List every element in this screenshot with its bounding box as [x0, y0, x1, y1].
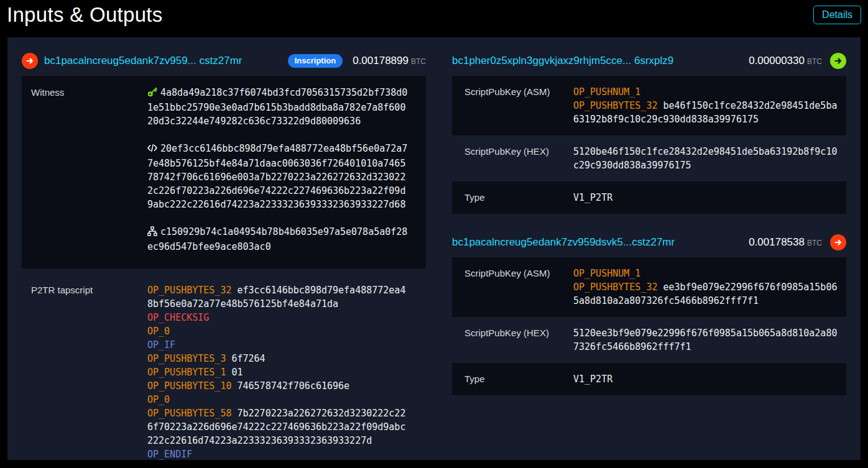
op-line: OP_IF [147, 338, 409, 352]
op-line: OP_CHECKSIG [147, 311, 409, 324]
opcode: OP_0 [147, 326, 170, 337]
control-block-icon [147, 226, 157, 240]
tapscript-row: P2TR tapscript OP_PUSHBYTES_32 ef3cc6146… [22, 268, 426, 468]
title-bar: Inputs & Outputs Details [0, 0, 868, 29]
output-header: bc1pher0z5xpln3ggvkjaxz9rhjm5cce... 6srx… [452, 52, 846, 70]
opcode: OP_PUSHBYTES_32 [573, 100, 657, 111]
input-address[interactable]: bc1pacalncreug5edank7zv959... cstz27mr [44, 55, 242, 67]
details-button[interactable]: Details [813, 6, 861, 24]
output-address[interactable]: bc1pacalncreug5edank7zv959dsvk5...cstz27… [452, 236, 675, 249]
opcode: OP_PUSHNUM_1 [573, 86, 640, 98]
op-line: OP_PUSHBYTES_32 be46f150c1fce28432d2e984… [573, 99, 839, 126]
op-line: OP_ENDIF [147, 447, 409, 461]
opcode: OP_ENDIF [147, 449, 192, 460]
type-row: Type V1_P2TR [452, 363, 846, 395]
output-spend-arrow-icon[interactable] [830, 234, 846, 250]
asm-value: OP_PUSHNUM_1 OP_PUSHBYTES_32 ee3bf9e079e… [573, 267, 839, 308]
opcode: OP_CHECKSIG [147, 312, 209, 323]
output-amount: 0.00000330BTC [749, 55, 822, 67]
asm-label: ScriptPubKey (ASM) [452, 267, 573, 308]
op-line: OP_0 [147, 324, 409, 338]
tapscript-label: P2TR tapscript [22, 283, 147, 461]
type-label: Type [452, 372, 573, 386]
tapscript-value: OP_PUSHBYTES_32 ef3cc6146bbc898d79efa488… [147, 283, 409, 461]
btc-unit: BTC [807, 57, 822, 66]
op-data: 01 [231, 367, 242, 378]
btc-unit: BTC [411, 57, 426, 66]
hex-value: 5120be46f150c1fce28432d2e98451de5ba63192… [573, 145, 839, 172]
outputs-column: bc1pher0z5xpln3ggvkjaxz9rhjm5cce... 6srx… [452, 52, 846, 460]
witness-hex: 20ef3cc6146bbc898d79efa488772ea48bf56e0a… [147, 143, 407, 210]
hex-label: ScriptPubKey (HEX) [452, 145, 573, 172]
opcode: OP_PUSHBYTES_1 [147, 367, 226, 378]
witness-item-script: 20ef3cc6146bbc898d79efa488772ea48bf56e0a… [147, 142, 409, 211]
type-value: V1_P2TR [573, 191, 839, 204]
inscription-badge: Inscription [288, 54, 343, 68]
opcode: OP_PUSHNUM_1 [573, 268, 640, 279]
opcode: OP_PUSHBYTES_3 [147, 353, 226, 364]
op-line: OP_PUSHBYTES_10 746578742f706c61696e [147, 379, 409, 393]
scriptpubkey-hex-row: ScriptPubKey (HEX) 5120be46f150c1fce2843… [452, 135, 846, 181]
op-line: OP_PUSHBYTES_1 01 [147, 365, 409, 379]
output-address[interactable]: bc1pher0z5xpln3ggvkjaxz9rhjm5cce... 6srx… [452, 55, 673, 67]
hex-label: ScriptPubKey (HEX) [452, 326, 573, 354]
scriptpubkey-asm-row: ScriptPubKey (ASM) OP_PUSHNUM_1 OP_PUSHB… [452, 257, 846, 317]
key-icon [147, 87, 157, 101]
op-line: OP_PUSHBYTES_32 ee3bf9e079e22996f676f098… [573, 280, 839, 308]
output-spend-arrow-icon[interactable] [830, 53, 846, 69]
witness-value: 4a8da49a218c37f6074bd3fcd7056315735d2bf7… [147, 86, 409, 254]
page-title: Inputs & Outputs [7, 4, 163, 25]
asm-value: OP_PUSHNUM_1 OP_PUSHBYTES_32 be46f150c1f… [573, 85, 839, 126]
opcode: OP_0 [147, 394, 170, 405]
op-line: OP_PUSHNUM_1 [573, 85, 839, 99]
witness-item-signature: 4a8da49a218c37f6074bd3fcd7056315735d2bf7… [147, 86, 409, 128]
btc-unit: BTC [807, 239, 822, 247]
hex-value: 5120ee3bf9e079e22996f676f0985a15b065a8d8… [573, 326, 839, 354]
main-panel: bc1pacalncreug5edank7zv959... cstz27mr I… [7, 37, 861, 460]
type-label: Type [452, 191, 573, 204]
type-row: Type V1_P2TR [452, 181, 846, 214]
input-amount: 0.00178899BTC [353, 55, 426, 67]
input-header: bc1pacalncreug5edank7zv959... cstz27mr I… [22, 52, 426, 70]
witness-row: Witness 4a8da49a218c37f6074bd3fcd7056315… [22, 76, 426, 268]
witness-item-control-block: c150929b74c1a04954b78b4b6035e97a5e078a5a… [147, 225, 409, 254]
opcode: OP_IF [147, 339, 175, 351]
output-amount: 0.00178538BTC [749, 236, 822, 249]
type-value: V1_P2TR [573, 372, 839, 386]
output-header: bc1pacalncreug5edank7zv959dsvk5...cstz27… [452, 234, 846, 251]
op-data: 6f7264 [231, 353, 265, 364]
op-line: OP_PUSHBYTES_32 ef3cc6146bbc898d79efa488… [147, 283, 409, 311]
opcode: OP_PUSHBYTES_32 [147, 285, 231, 296]
input-arrow-icon[interactable] [22, 53, 38, 69]
op-data: 746578742f706c61696e [238, 380, 350, 392]
witness-hex: c150929b74c1a04954b78b4b6035e97a5e078a5a… [147, 226, 407, 252]
inputs-column: bc1pacalncreug5edank7zv959... cstz27mr I… [22, 52, 426, 460]
opcode: OP_PUSHBYTES_58 [147, 408, 231, 419]
output-card: bc1pher0z5xpln3ggvkjaxz9rhjm5cce... 6srx… [452, 52, 846, 214]
op-line: OP_PUSHNUM_1 [573, 267, 839, 280]
asm-label: ScriptPubKey (ASM) [452, 85, 573, 126]
witness-label: Witness [22, 86, 147, 254]
witness-hex: 4a8da49a218c37f6074bd3fcd7056315735d2bf7… [147, 87, 407, 127]
output-card: bc1pacalncreug5edank7zv959dsvk5...cstz27… [452, 234, 846, 395]
opcode: OP_PUSHBYTES_32 [573, 282, 657, 293]
scriptpubkey-hex-row: ScriptPubKey (HEX) 5120ee3bf9e079e22996f… [452, 317, 846, 363]
op-line: OP_0 [147, 393, 409, 406]
op-line: OP_PUSHBYTES_3 6f7264 [147, 352, 409, 365]
code-icon [147, 143, 157, 157]
opcode: OP_PUSHBYTES_10 [147, 380, 231, 392]
op-line: OP_PUSHBYTES_58 7b2270223a226272632d3230… [147, 406, 409, 447]
scriptpubkey-asm-row: ScriptPubKey (ASM) OP_PUSHNUM_1 OP_PUSHB… [452, 76, 846, 135]
